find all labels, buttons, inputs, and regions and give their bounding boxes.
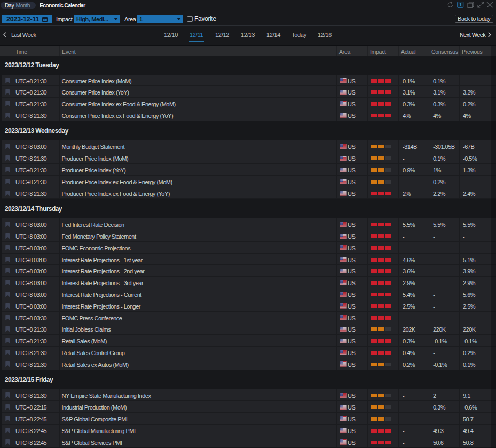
svg-text:1: 1 bbox=[459, 2, 462, 7]
